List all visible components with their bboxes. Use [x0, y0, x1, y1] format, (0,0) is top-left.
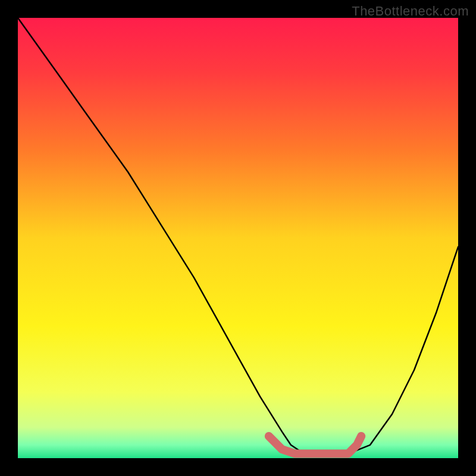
watermark-text: TheBottleneck.com	[352, 4, 469, 19]
bottleneck-chart	[0, 0, 476, 476]
chart-stage: TheBottleneck.com	[0, 0, 476, 476]
plot-background	[18, 18, 458, 458]
